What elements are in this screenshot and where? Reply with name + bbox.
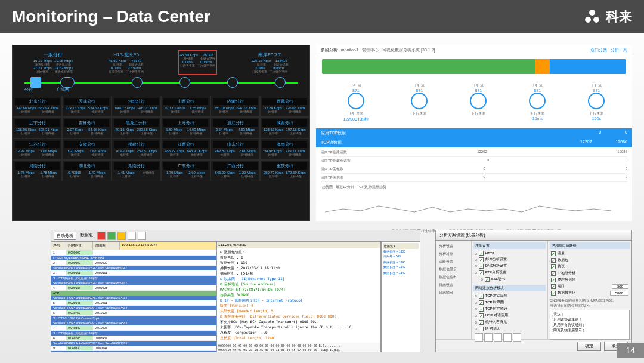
checkbox[interactable] [479,270,484,275]
nav-item[interactable]: 日志设置 [438,281,469,289]
branch-node[interactable]: 广西分行845.00 Kbps比特率1.29 Mbps比特峰值 [210,160,260,182]
tree-node[interactable]: 协议类型 0x0800 [219,293,379,298]
tree-node[interactable]: ⊟ 以太网 - II[Ethernet Type II] [219,276,379,282]
nav-item[interactable]: 分析设置 [438,242,469,250]
tree-node[interactable]: 捕获长度 : 2017/03/17 18:11:0 [219,266,379,271]
table-row[interactable]: 流向TP创建会话数00 [321,157,627,165]
checkbox[interactable] [551,271,556,276]
branch-node[interactable]: 河北分行649.17 Kbps比特率976.10 Kbps比特峰值 [112,96,161,117]
table-row[interactable]: 流向TP丢包率00 [321,174,627,182]
toolbar-button[interactable] [475,333,483,342]
checkbox[interactable] [485,277,490,282]
branch-node[interactable]: 山西分行601.01 Kbps比特率1.65 Mbps比特峰值 [161,96,210,117]
packet-row[interactable]: 70.0408490.010097 [51,325,216,331]
metric-circle[interactable]: 上行流871下行速率— [411,83,428,122]
tree-node[interactable]: 总长度 [Congestion] ..0 [219,330,379,336]
topology-node[interactable]: 45.60 Kbps比特率76143创建会话数 0.00%分段丢失率0.19ms… [178,50,217,75]
tree-checkbox-item[interactable]: ⊟邮件分析设置 [473,256,546,263]
tree-node[interactable]: 数据长度 : 139 [219,260,379,266]
branch-node[interactable]: 西藏分行32.24 Kbps比特率276.66 Kbps比特峰值 [260,96,309,117]
checkbox[interactable] [551,284,556,289]
header-links[interactable]: 通知分类 · 分析工具 [590,47,627,53]
checkbox[interactable] [479,300,484,305]
checkbox[interactable] [479,257,484,262]
toolbar-button[interactable] [494,333,502,342]
toolbar-button[interactable] [503,333,512,342]
toolbar-button[interactable] [484,333,493,342]
tree-checkbox-item[interactable]: ⊟TCP 时序图 [473,299,546,306]
branch-node[interactable]: 广东分行1.70 Mbps比特率2.60 Mbps比特峰值 [161,160,210,182]
tree-node[interactable]: 未拥塞 [ECN-Capable Transports will ignore … [219,325,379,330]
branch-node[interactable]: 湖南分行1.41 Mbps比特率比特峰值 [112,160,161,182]
tree-checkbox-item[interactable]: ⊟统计内容填充 [473,319,546,325]
tree-checkbox-item[interactable]: ⊟UDP 对话应用 [473,312,546,319]
checkbox[interactable] [479,327,484,331]
branch-node[interactable]: 江苏分行2.34 Mbps比特率3.06 Mbps比特峰值 [13,139,62,160]
topology-node[interactable]: H15-北京F5 45.60 Kbps比特率76143创建会话数 0.00%分段… [107,50,145,75]
nav-item[interactable]: 分析对象 [438,250,469,258]
metric-circle[interactable]: 下行流871下行速率122000 Kb/秒 [343,83,369,122]
tab[interactable]: 自动分析 [54,232,76,240]
checkbox-item[interactable]: 数据最大化 5000 [550,290,630,296]
checkbox[interactable] [479,313,484,318]
packet-row[interactable]: 30.0006610.000661 [51,270,216,276]
checkbox[interactable] [551,264,556,269]
checkbox[interactable] [479,307,484,312]
tree-checkbox-item[interactable]: ⊟TCP 时序统计 [473,306,546,312]
nav-item[interactable]: 数据包输出 [438,273,469,281]
metric-circle[interactable]: 上行流871下行速率15ms [529,83,546,122]
branch-node[interactable]: 山东分行962.83 Kbps比特率2.61 Mbps比特峰值 [210,139,260,160]
nav-item[interactable]: 诊断设置 [438,258,469,266]
branch-node[interactable]: 湖北分行0.70868比特率1.49 Mbps比特峰值 [62,160,112,182]
checkbox-item[interactable]: 物理层信息 [550,276,630,283]
branch-node[interactable]: 陕西分行128.67 Kbps比特率197.16 Kbps比特峰值 [260,117,309,139]
branch-node[interactable]: 吉林分行2.07 Kbps比特率54.66 Kbps比特峰值 [62,117,112,139]
checkbox-item[interactable]: 数据包 [550,257,630,263]
ok-button[interactable]: 确定 [577,342,601,351]
checkbox-item[interactable]: 协议 [550,263,630,270]
tree-node[interactable]: 不支持ECN [Not-ECN-Capable Transport] 0000 … [219,319,379,325]
branch-node[interactable]: 重庆分行259.73 Kbps比特率672.59 Kbps比特峰值 [260,160,309,182]
branch-node[interactable]: 江西分行488.22 Kbps比特率845.31 Kbps比特峰值 [161,139,210,160]
tree-node[interactable]: 版本 [Version] 4 [219,303,379,309]
table-row[interactable]: 流向TP创建流数1220212086 [321,149,627,157]
metric-circle[interactable]: 上行流871下行速率106s [588,83,605,122]
branch-node[interactable]: 上海分行6.89 Mbps比特率14.93 Mbps比特峰值 [161,117,210,139]
tree-node[interactable]: 数据包长 : 1 [219,255,379,260]
packet-row[interactable]: 60.0307520.010107 [51,310,216,316]
tree-node[interactable]: ⊟ 差异服务字段 [Differentiated Services Field]… [219,314,379,319]
topology-node[interactable]: 南岸F5(75) 225.15 Kbps比特率134416创建会话数 0.00%… [250,50,290,75]
toolbar-button[interactable] [128,232,136,240]
packet-row[interactable]: 10.000000 [51,250,216,256]
nav-item[interactable]: 数据包显示 [438,266,469,273]
branch-node[interactable]: 天津分行373.76 Kbps比特率534.53 Kbps比特峰值 [62,96,112,117]
toolbar-button[interactable] [138,232,146,240]
packet-row[interactable]: 90.0498300.000044 [51,346,216,351]
branch-node[interactable]: 北京分行332.66 Kbps比特率667.94 Kbps比特峰值 [13,96,62,117]
checkbox[interactable] [479,294,484,299]
branch-node[interactable]: 福建分行76.42 Kbps比特率252.87 Kbps比特峰值 [112,139,161,160]
branch-node[interactable]: 辽宁分行196.95 Kbps比特率508.31 Kbps比特峰值 [13,117,62,139]
checkbox[interactable] [551,291,556,296]
nav-item[interactable]: 日志输出 [438,289,469,297]
tree-node[interactable]: 总长度 [Total Length] 1240 [219,336,379,341]
checkbox[interactable] [479,251,484,256]
checkbox[interactable] [551,258,556,263]
branch-node[interactable]: 黑龙江分行80.16 Kbps比特率289.88 Kbps比特峰值 [112,117,161,139]
pause-button[interactable] [117,232,126,240]
checkbox[interactable] [551,278,556,282]
packet-row[interactable]: 20.0000000.000000 [51,260,216,266]
branch-node[interactable]: 内蒙分行281.10 Kbps比特率636.78 Kbps比特峰值 [210,96,260,117]
tree-node[interactable]: 捕获时间 : [51/4] [219,271,379,276]
checkbox-item[interactable]: 端口 300 [550,283,630,290]
tree-node[interactable]: ⊞ 目标地址 [Source Address] [219,282,379,287]
highlighted-row[interactable]: TCP流数据1220212086 [316,138,632,147]
tree-checkbox-item[interactable]: ⊟HTTP [473,250,546,256]
tree-node[interactable]: 头部长度 [Header Length] 5 [219,309,379,314]
tree-checkbox-item[interactable]: ⊟TCP 对话应用 [473,293,546,299]
tree-checkbox-item[interactable]: ⊟IP 对话天 [473,325,546,332]
timeline-bar[interactable] [322,59,626,74]
topology-node[interactable]: 一般分行 16.13 Mbps发送比特率19.38 Mbps接收比特率 21.2… [32,50,75,75]
branch-node[interactable]: 安徽分行1.21 Mbps比特率1.67 Mbps比特峰值 [62,139,112,160]
tree-checkbox-item[interactable]: ⊟FTP分析设置 [473,269,546,276]
